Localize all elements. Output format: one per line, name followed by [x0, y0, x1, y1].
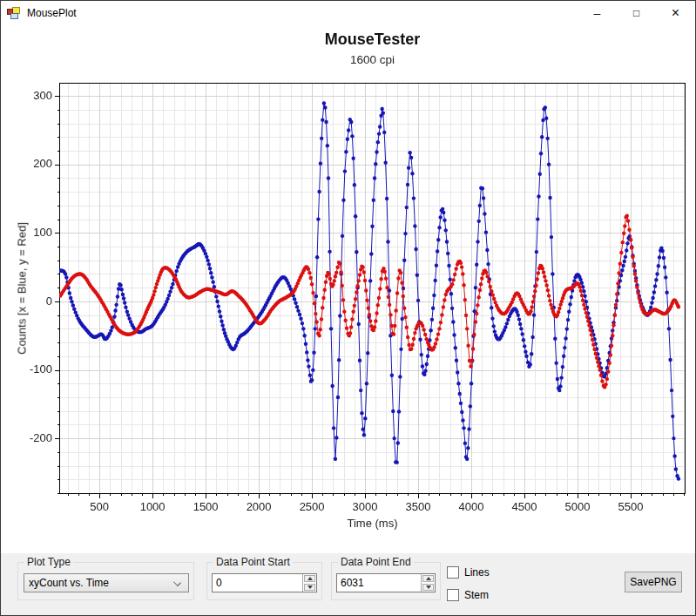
- plot-type-dropdown[interactable]: xyCount vs. Time: [24, 573, 189, 592]
- data-point-start-input[interactable]: [213, 574, 301, 592]
- data-point-start-label: Data Point Start: [213, 556, 293, 568]
- data-point-end-input[interactable]: [337, 574, 420, 592]
- app-icon[interactable]: [7, 6, 21, 20]
- app-icon-pane-blue: [10, 13, 18, 19]
- close-button[interactable]: ×: [656, 1, 695, 25]
- plot-canvas: [1, 25, 695, 553]
- y-axis-label: Counts [x = Blue, y = Red]: [16, 222, 29, 355]
- x-axis-label: Time (ms): [60, 517, 685, 530]
- lines-checkbox[interactable]: [447, 566, 459, 579]
- spin-down-button[interactable]: [422, 584, 434, 591]
- window-title: MousePlot: [27, 7, 77, 19]
- arrow-down-icon: [307, 586, 313, 589]
- save-png-button[interactable]: SavePNG: [625, 572, 682, 592]
- plot-type-value: xyCount vs. Time: [29, 577, 109, 589]
- plot-type-label: Plot Type: [24, 556, 73, 568]
- control-panel: Plot Type xyCount vs. Time Data Point St…: [1, 553, 695, 615]
- chart-area: MouseTester 1600 cpi Counts [x = Blue, y…: [1, 25, 695, 553]
- stem-checkbox[interactable]: [447, 589, 459, 601]
- minimize-button[interactable]: –: [578, 1, 617, 25]
- chart-title: MouseTester: [60, 30, 685, 49]
- data-point-end-stepper: [336, 573, 436, 592]
- arrow-up-icon: [307, 577, 313, 580]
- spin-up-button[interactable]: [304, 575, 315, 582]
- spin-up-button[interactable]: [422, 575, 434, 582]
- arrow-up-icon: [426, 577, 431, 580]
- spin-down-button[interactable]: [304, 584, 315, 591]
- lines-checkbox-row: Lines: [447, 566, 490, 579]
- chart-subtitle: 1600 cpi: [60, 53, 685, 66]
- maximize-button[interactable]: □: [617, 1, 656, 25]
- data-point-start-spin: [302, 574, 316, 592]
- mouseplot-window: MousePlot – □ × MouseTester 1600 cpi Cou…: [0, 0, 696, 616]
- lines-checkbox-label: Lines: [464, 566, 490, 579]
- stem-checkbox-label: Stem: [464, 589, 489, 601]
- data-point-end-spin: [421, 574, 435, 592]
- stem-checkbox-row: Stem: [447, 589, 489, 601]
- chevron-down-icon: [173, 579, 181, 586]
- data-point-end-label: Data Point End: [338, 556, 414, 568]
- arrow-down-icon: [426, 586, 431, 589]
- title-bar: MousePlot – □ ×: [1, 1, 695, 25]
- data-point-start-stepper: [212, 573, 317, 592]
